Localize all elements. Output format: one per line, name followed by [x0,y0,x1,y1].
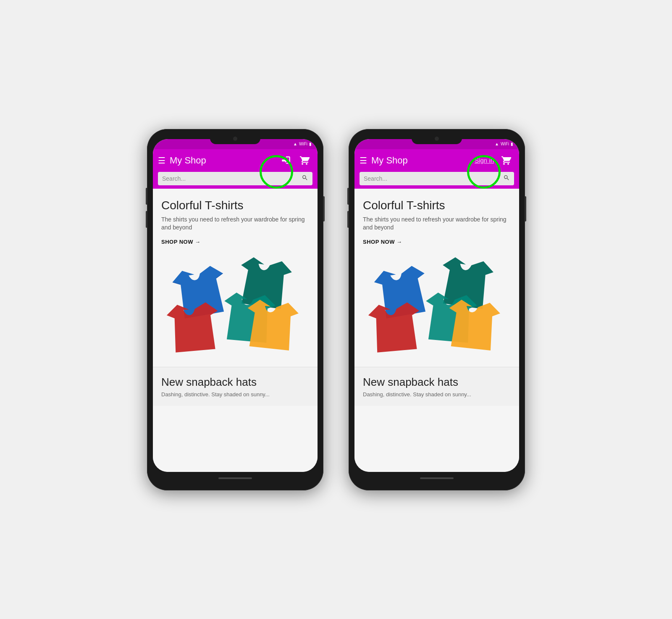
app-bar-actions-1 [278,153,312,169]
hero-subtitle-2: The shirts you need to refresh your ward… [363,216,511,232]
hero-section-2: Colorful T-shirts The shirts you need to… [354,189,519,367]
search-placeholder-2: Search... [364,175,501,182]
phone-vol-down-2 [347,211,349,228]
next-title-1: New snapback hats [161,376,309,389]
phone-vol-up-1 [146,188,147,205]
home-indicator-1 [218,477,252,479]
app-bar-top-2: ☰ My Shop Sign in [360,153,514,169]
phone-bottom-bar-1 [153,472,318,485]
search-icon-2 [503,174,510,183]
next-section-1: New snapback hats Dashing, distinctive. … [153,367,318,406]
login-button[interactable] [278,153,294,169]
status-icons-2: ▲ WiFi ▮ [495,142,513,146]
hamburger-icon-1[interactable]: ☰ [158,156,165,165]
signin-button[interactable]: Sign in [473,153,496,169]
hamburger-icon-2[interactable]: ☰ [360,156,367,165]
home-indicator-2 [420,477,454,479]
cart-button-2[interactable] [498,153,514,169]
tshirts-image-2 [363,249,511,367]
tshirts-image-1 [161,249,309,367]
app-title-2: My Shop [371,155,469,166]
app-bar-actions-2: Sign in [473,153,514,169]
status-icons-1: ▲ WiFi ▮ [293,142,312,146]
app-title-1: My Shop [170,155,274,166]
phone-vol-up-2 [347,188,349,205]
shop-now-button-2[interactable]: SHOP NOW → [363,239,511,245]
phone-2: ▲ WiFi ▮ ☰ My Shop Sign in [349,129,525,490]
phone-bottom-bar-2 [354,472,519,485]
next-title-2: New snapback hats [363,376,511,389]
signal-icon: ▲ [293,142,297,146]
hero-section-1: Colorful T-shirts The shirts you need to… [153,189,318,367]
phone-camera-2 [435,137,439,141]
wifi-icon: WiFi [299,142,307,146]
search-icon-1 [302,174,308,183]
wifi-icon-2: WiFi [501,142,509,146]
screen-content-1: Colorful T-shirts The shirts you need to… [153,189,318,472]
search-bar-1[interactable]: Search... [158,172,312,185]
hero-title-1: Colorful T-shirts [161,199,309,212]
phone-device-2: ▲ WiFi ▮ ☰ My Shop Sign in [349,129,525,490]
phone-device-1: ▲ WiFi ▮ ☰ My Shop [147,129,323,490]
search-bar-2[interactable]: Search... [360,172,514,185]
phone-power-button-2 [525,196,526,221]
screen-content-2: Colorful T-shirts The shirts you need to… [354,189,519,472]
cart-button-1[interactable] [297,153,312,169]
phone-screen-2: ▲ WiFi ▮ ☰ My Shop Sign in [354,139,519,472]
phone-screen-1: ▲ WiFi ▮ ☰ My Shop [153,139,318,472]
next-subtitle-1: Dashing, distinctive. Stay shaded on sun… [161,391,309,398]
phone-power-button-1 [323,196,325,221]
phone-camera-1 [233,137,237,141]
search-placeholder-1: Search... [162,175,299,182]
signal-icon-2: ▲ [495,142,499,146]
next-section-2: New snapback hats Dashing, distinctive. … [354,367,519,406]
next-subtitle-2: Dashing, distinctive. Stay shaded on sun… [363,391,511,398]
app-bar-1: ☰ My Shop [153,149,318,189]
app-bar-top-1: ☰ My Shop [158,153,312,169]
battery-icon-2: ▮ [511,142,513,146]
hero-subtitle-1: The shirts you need to refresh your ward… [161,216,309,232]
shop-now-button-1[interactable]: SHOP NOW → [161,239,309,245]
app-bar-2: ☰ My Shop Sign in Search... [354,149,519,189]
battery-icon: ▮ [309,142,312,146]
hero-title-2: Colorful T-shirts [363,199,511,212]
phone-vol-down-1 [146,211,147,228]
phone-1: ▲ WiFi ▮ ☰ My Shop [147,129,323,490]
